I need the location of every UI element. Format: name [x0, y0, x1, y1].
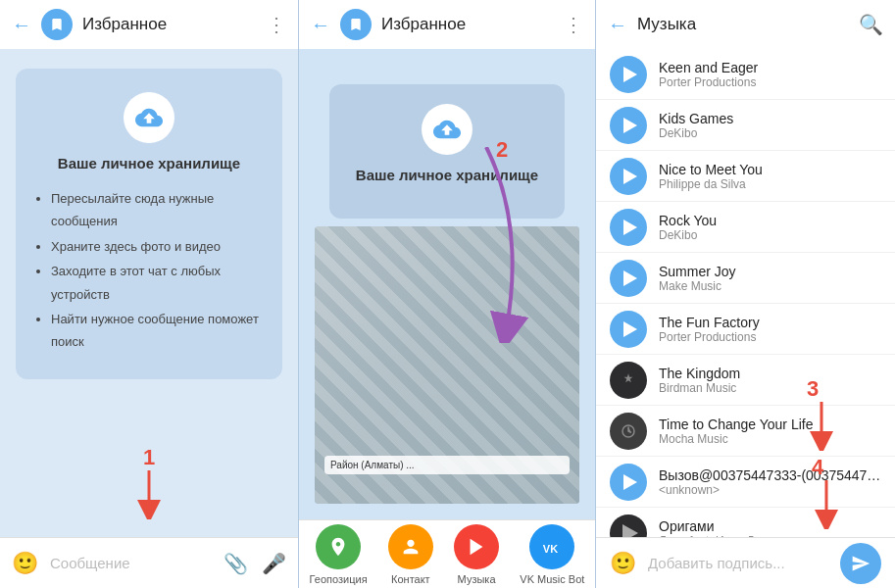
action-geo[interactable]: Геопозиция — [310, 524, 368, 585]
music-info-origami: Оригами Лион feat. Иван Дорн — [659, 518, 881, 538]
music-artist-nice: Philippe da Silva — [659, 177, 881, 191]
music-item-kingdom[interactable]: The Kingdom Birdman Music — [596, 355, 895, 406]
message-input-1[interactable]: Сообщение — [38, 555, 224, 571]
header-title-2: Избранное — [381, 15, 564, 34]
music-item-kids[interactable]: Kids Games DeKibo — [596, 100, 895, 151]
music-artist-kids: DeKibo — [659, 126, 881, 140]
music-avatar-rock — [610, 209, 647, 246]
music-info-kids: Kids Games DeKibo — [659, 111, 881, 140]
music-item-time[interactable]: Time to Change Your Life Mocha Music — [596, 406, 895, 457]
action-bar: Геопозиция Контакт Музыка VK VK Music Bo… — [299, 519, 595, 588]
bottom-bar-1: 🙂 Сообщение 📎 🎤 — [0, 537, 298, 588]
action-geo-label: Геопозиция — [310, 573, 368, 585]
music-item-call[interactable]: Вызов@00375447333-(003754473332... <unkn… — [596, 457, 895, 508]
music-avatar-nice — [610, 158, 647, 195]
svg-text:VK: VK — [543, 542, 558, 554]
panel1-content: Ваше личное хранилище Пересылайте сюда н… — [0, 49, 298, 537]
send-icon — [851, 554, 870, 573]
back-button-2[interactable]: ← — [311, 14, 330, 36]
contact-icon-circle — [388, 524, 433, 569]
vk-icon-circle: VK — [529, 524, 574, 569]
header-panel3: ← Музыка 🔍 — [596, 0, 895, 49]
header-title-1: Избранное — [82, 15, 267, 34]
music-avatar-origami — [610, 514, 647, 538]
cloud-upload-icon — [124, 92, 174, 143]
attach-icon-1[interactable]: 📎 — [224, 552, 248, 575]
mic-icon-1[interactable]: 🎤 — [262, 552, 286, 575]
bottom-bar-3: 🙂 Добавить подпись... — [596, 537, 895, 588]
storage-title-2: Ваше личное хранилище — [356, 167, 538, 183]
cloud-upload-icon-2 — [422, 104, 472, 155]
action-vk[interactable]: VK VK Music Bot — [520, 524, 584, 585]
music-title-fun: The Fun Factory — [659, 315, 881, 330]
music-info-keen: Keen and Eager Porter Productions — [659, 60, 881, 89]
music-avatar-keen — [610, 56, 647, 93]
music-info-fun: The Fun Factory Porter Productions — [659, 315, 881, 344]
music-avatar-summer — [610, 260, 647, 297]
music-item-keen[interactable]: Keen and Eager Porter Productions — [596, 49, 895, 100]
music-title-keen: Keen and Eager — [659, 60, 881, 75]
music-title-origami: Оригами — [659, 518, 881, 534]
music-item-fun[interactable]: The Fun Factory Porter Productions — [596, 304, 895, 355]
music-title-kids: Kids Games — [659, 111, 881, 126]
music-info-rock: Rock You DeKibo — [659, 213, 881, 242]
emoji-button-1[interactable]: 🙂 — [12, 551, 38, 576]
storage-item-4: Найти нужное сообщение поможет поиск — [51, 308, 263, 354]
music-artist-kingdom: Birdman Music — [659, 381, 881, 395]
music-icon-circle — [454, 524, 499, 569]
music-info-time: Time to Change Your Life Mocha Music — [659, 416, 881, 446]
music-item-summer[interactable]: Summer Joy Make Music — [596, 253, 895, 304]
music-avatar-kids — [610, 107, 647, 144]
music-title-kingdom: The Kingdom — [659, 366, 881, 381]
music-artist-summer: Make Music — [659, 279, 881, 293]
action-music-label: Музыка — [458, 573, 496, 585]
action-contact[interactable]: Контакт — [388, 524, 433, 585]
header-title-3: Музыка — [637, 15, 859, 34]
music-title-rock: Rock You — [659, 213, 881, 228]
storage-item-2: Храните здесь фото и видео — [51, 235, 263, 258]
search-button-3[interactable]: 🔍 — [859, 13, 883, 36]
menu-button-1[interactable]: ⋮ — [267, 13, 286, 36]
send-button-3[interactable] — [840, 543, 881, 584]
caption-input-3[interactable]: Добавить подпись... — [636, 555, 840, 571]
bottom-icons-1: 📎 🎤 — [224, 552, 286, 575]
music-avatar-time — [610, 413, 647, 450]
back-button-1[interactable]: ← — [12, 14, 31, 36]
storage-item-1: Пересылайте сюда нужные сообщения — [51, 187, 263, 233]
music-list: Keen and Eager Porter Productions Kids G… — [596, 49, 895, 537]
music-item-origami[interactable]: Оригами Лион feat. Иван Дорн — [596, 508, 895, 537]
music-item-rock[interactable]: Rock You DeKibo — [596, 202, 895, 253]
music-avatar-kingdom — [610, 362, 647, 399]
svg-marker-3 — [471, 538, 483, 555]
music-info-kingdom: The Kingdom Birdman Music — [659, 366, 881, 395]
music-avatar-call — [610, 464, 647, 501]
music-title-summer: Summer Joy — [659, 264, 881, 279]
music-info-nice: Nice to Meet You Philippe da Silva — [659, 162, 881, 191]
storage-card-2: Ваше личное хранилище — [329, 84, 565, 219]
music-title-time: Time to Change Your Life — [659, 416, 881, 432]
bookmark-avatar-2 — [340, 9, 372, 40]
action-vk-label: VK Music Bot — [520, 573, 584, 585]
music-artist-time: Mocha Music — [659, 432, 881, 446]
music-artist-keen: Porter Productions — [659, 75, 881, 89]
storage-list: Пересылайте сюда нужные сообщения Хранит… — [35, 187, 263, 356]
action-contact-label: Контакт — [391, 573, 430, 585]
menu-button-2[interactable]: ⋮ — [564, 13, 583, 36]
storage-item-3: Заходите в этот чат с любых устройств — [51, 260, 263, 306]
music-info-summer: Summer Joy Make Music — [659, 264, 881, 293]
action-music[interactable]: Музыка — [454, 524, 499, 585]
music-item-nice[interactable]: Nice to Meet You Philippe da Silva — [596, 151, 895, 202]
storage-card-1: Ваше личное хранилище Пересылайте сюда н… — [16, 69, 282, 379]
back-button-3[interactable]: ← — [608, 14, 627, 36]
music-artist-call: <unknown> — [659, 483, 881, 497]
map-preview: Район (Алматы) ... — [315, 226, 579, 504]
emoji-button-3[interactable]: 🙂 — [610, 551, 636, 576]
music-info-call: Вызов@00375447333-(003754473332... <unkn… — [659, 467, 881, 497]
music-artist-rock: DeKibo — [659, 228, 881, 242]
panel-favorites-2: ← Избранное ⋮ Ваше личное хранилище Райо… — [299, 0, 596, 588]
header-panel1: ← Избранное ⋮ — [0, 0, 298, 49]
bookmark-avatar-1 — [41, 9, 73, 40]
storage-title-1: Ваше личное хранилище — [58, 155, 240, 172]
music-title-call: Вызов@00375447333-(003754473332... — [659, 467, 881, 483]
bookmark-icon-1 — [49, 17, 65, 32]
